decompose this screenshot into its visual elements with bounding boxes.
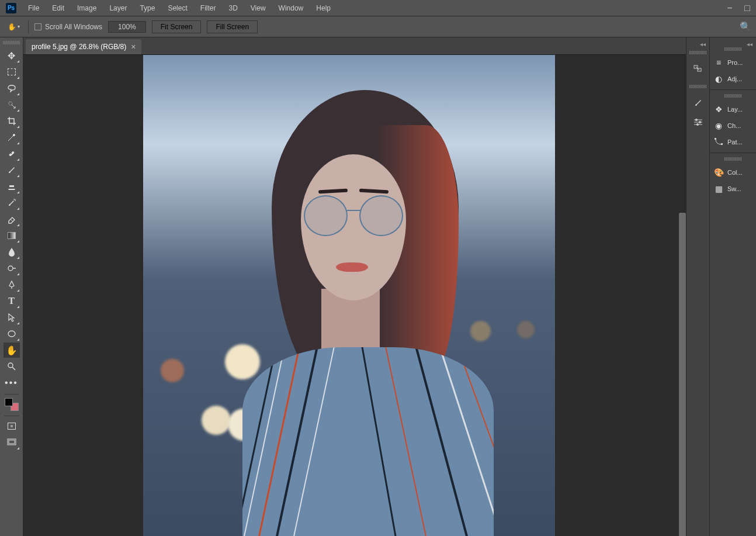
svg-rect-12 xyxy=(715,138,716,140)
quick-mask-mode[interactable] xyxy=(4,419,20,434)
window-controls: − □ xyxy=(721,0,756,16)
menu-help[interactable]: Help xyxy=(310,1,337,15)
panel-grip[interactable] xyxy=(689,51,707,54)
zoom-tool[interactable] xyxy=(4,359,20,374)
tab-label: Pro... xyxy=(727,59,743,66)
menu-file[interactable]: File xyxy=(22,1,45,15)
document-tab[interactable]: profile 5.jpg @ 26.8% (RGB/8) × xyxy=(26,39,141,54)
palette-icon: 🎨 xyxy=(713,168,724,177)
blur-tool[interactable] xyxy=(4,244,20,260)
scroll-all-windows-option[interactable]: Scroll All Windows xyxy=(34,23,102,31)
marquee-tool[interactable] xyxy=(4,64,20,79)
foreground-background-swatch[interactable] xyxy=(4,397,20,412)
menu-select[interactable]: Select xyxy=(162,1,193,15)
history-panel-icon[interactable] xyxy=(690,61,706,77)
channels-panel-tab[interactable]: ◉Ch... xyxy=(710,117,756,134)
grid-icon: ▦ xyxy=(713,184,724,193)
svg-point-10 xyxy=(699,121,701,123)
panel-grip[interactable] xyxy=(689,85,707,88)
maximize-icon[interactable]: □ xyxy=(738,0,756,16)
clone-stamp-tool[interactable] xyxy=(4,179,20,194)
svg-point-11 xyxy=(696,123,699,126)
svg-point-2 xyxy=(8,266,13,271)
canvas-image xyxy=(143,55,555,536)
svg-point-9 xyxy=(695,119,698,121)
document-tab-title: profile 5.jpg @ 26.8% (RGB/8) xyxy=(32,43,126,51)
svg-point-3 xyxy=(8,331,15,337)
tab-label: Sw... xyxy=(727,185,741,192)
eraser-tool[interactable] xyxy=(4,212,20,227)
history-brush-tool[interactable] xyxy=(4,195,20,210)
tab-label: Lay... xyxy=(727,106,743,113)
menu-3d[interactable]: 3D xyxy=(223,1,243,15)
brush-settings-panel-icon[interactable] xyxy=(690,114,706,129)
menu-bar: Ps File Edit Image Layer Type Select Fil… xyxy=(0,0,756,16)
gradient-tool[interactable] xyxy=(4,228,20,243)
main-menu: File Edit Image Layer Type Select Filter… xyxy=(22,1,337,15)
menu-layer[interactable]: Layer xyxy=(103,1,133,15)
quick-select-tool[interactable] xyxy=(4,97,20,112)
eyedropper-tool[interactable] xyxy=(4,130,20,145)
brush-tool[interactable] xyxy=(4,162,20,178)
path-selection-tool[interactable] xyxy=(4,310,20,325)
tab-label: Col... xyxy=(727,169,743,176)
close-tab-icon[interactable]: × xyxy=(131,43,136,51)
menu-edit[interactable]: Edit xyxy=(46,1,70,15)
tab-label: Pat... xyxy=(727,139,743,146)
panel-grip[interactable] xyxy=(724,94,742,98)
menu-view[interactable]: View xyxy=(245,1,272,15)
adjustments-panel-tab[interactable]: ◐Adj... xyxy=(710,71,756,87)
scroll-all-label: Scroll All Windows xyxy=(45,23,102,31)
half-circle-icon: ◐ xyxy=(713,74,724,84)
collapse-arrow-icon[interactable]: ◂◂ xyxy=(747,41,756,47)
panel-grip[interactable] xyxy=(724,157,742,161)
screen-mode[interactable] xyxy=(4,435,20,450)
menu-window[interactable]: Window xyxy=(273,1,310,15)
document-area: profile 5.jpg @ 26.8% (RGB/8) × xyxy=(23,37,686,536)
properties-panel-tab[interactable]: ≡Pro... xyxy=(710,54,756,71)
collapsed-panel-group-1: ◂◂ xyxy=(686,37,709,536)
type-tool[interactable]: T xyxy=(4,293,20,309)
channels-icon: ◉ xyxy=(713,121,724,130)
hand-tool[interactable]: ✋ xyxy=(4,343,20,358)
swatches-panel-tab[interactable]: ▦Sw... xyxy=(710,181,756,197)
crop-tool[interactable] xyxy=(4,113,20,129)
tab-label: Adj... xyxy=(727,75,742,82)
healing-brush-tool[interactable] xyxy=(4,146,20,161)
svg-rect-6 xyxy=(9,440,15,444)
shape-tool[interactable] xyxy=(4,326,20,341)
menu-image[interactable]: Image xyxy=(71,1,102,15)
canvas-scrollbar-vertical[interactable] xyxy=(679,213,686,536)
menu-type[interactable]: Type xyxy=(134,1,161,15)
dodge-tool[interactable] xyxy=(4,261,20,276)
svg-point-4 xyxy=(8,363,13,368)
layers-icon: ❖ xyxy=(713,105,724,114)
paths-panel-tab[interactable]: Pat... xyxy=(710,134,756,150)
panel-grip[interactable] xyxy=(724,47,742,51)
tools-panel: ✥ T ✋ ••• xyxy=(0,37,23,536)
edit-toolbar[interactable]: ••• xyxy=(4,375,20,390)
search-icon[interactable]: 🔍 xyxy=(740,21,751,32)
panel-grip[interactable] xyxy=(3,41,20,44)
pen-tool[interactable] xyxy=(4,277,20,292)
collapsed-panel-group-2: ◂◂ ≡Pro... ◐Adj... ❖Lay... ◉Ch... Pat...… xyxy=(709,37,756,536)
color-panel-tab[interactable]: 🎨Col... xyxy=(710,164,756,181)
brushes-panel-icon[interactable] xyxy=(690,95,706,110)
hand-tool-indicator[interactable]: ✋▾ xyxy=(5,23,22,31)
options-bar: ✋▾ Scroll All Windows 100% Fit Screen Fi… xyxy=(0,16,756,37)
fill-screen-button[interactable]: Fill Screen xyxy=(207,20,258,33)
move-tool[interactable]: ✥ xyxy=(4,48,20,63)
collapse-arrow-icon[interactable]: ◂◂ xyxy=(700,41,709,47)
paths-icon xyxy=(713,137,724,147)
minimize-icon[interactable]: − xyxy=(721,0,738,16)
tab-label: Ch... xyxy=(727,122,741,129)
app-logo: Ps xyxy=(6,3,16,13)
document-tab-bar: profile 5.jpg @ 26.8% (RGB/8) × xyxy=(23,37,686,55)
layers-panel-tab[interactable]: ❖Lay... xyxy=(710,101,756,117)
zoom-field[interactable]: 100% xyxy=(108,21,146,33)
fit-screen-button[interactable]: Fit Screen xyxy=(152,20,202,33)
menu-filter[interactable]: Filter xyxy=(195,1,222,15)
canvas-viewport[interactable] xyxy=(23,55,686,536)
sliders-icon: ≡ xyxy=(713,58,724,67)
lasso-tool[interactable] xyxy=(4,81,20,96)
